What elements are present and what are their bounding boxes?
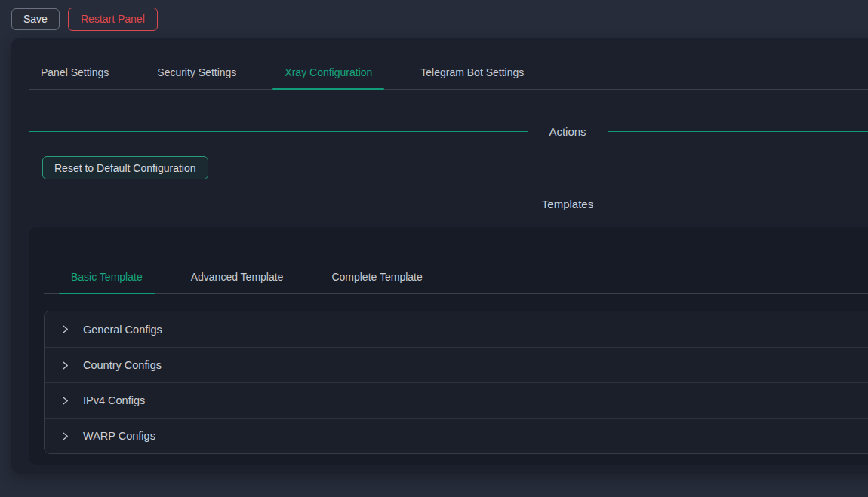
settings-card: Panel Settings Security Settings Xray Co… [11, 38, 868, 474]
restart-panel-button[interactable]: Restart Panel [68, 8, 158, 31]
actions-divider-label: Actions [528, 125, 607, 138]
chevron-right-icon [60, 431, 70, 441]
collapse-label: WARP Configs [83, 430, 155, 442]
tab-xray-configuration[interactable]: Xray Configuration [272, 56, 384, 89]
tab-advanced-template[interactable]: Advanced Template [179, 260, 296, 293]
tab-basic-template[interactable]: Basic Template [59, 260, 155, 293]
collapse-label: IPv4 Configs [83, 394, 145, 406]
templates-tabbar: Basic Template Advanced Template Complet… [44, 260, 868, 294]
collapse-header-country-configs[interactable]: Country Configs [45, 347, 868, 382]
chevron-right-icon [60, 396, 70, 406]
templates-divider-label: Templates [521, 198, 614, 210]
collapse-label: Country Configs [83, 359, 162, 371]
templates-card: Basic Template Advanced Template Complet… [29, 227, 868, 465]
chevron-right-icon [60, 324, 70, 334]
collapse-header-ipv4-configs[interactable]: IPv4 Configs [45, 382, 868, 418]
templates-divider: Templates [29, 193, 868, 214]
divider-line [614, 204, 868, 204]
chevron-right-icon [60, 360, 70, 370]
divider-line [29, 131, 528, 132]
collapse-header-general-configs[interactable]: General Configs [45, 311, 868, 347]
config-collapse-list: General Configs Country Configs IPv4 Con… [44, 311, 868, 454]
tab-telegram-bot-settings[interactable]: Telegram Bot Settings [408, 56, 536, 89]
save-button[interactable]: Save [11, 8, 60, 30]
xray-configuration-panel: Actions Reset to Default Configuration T… [11, 121, 868, 465]
collapse-header-warp-configs[interactable]: WARP Configs [45, 418, 868, 453]
tab-complete-template[interactable]: Complete Template [319, 260, 434, 293]
divider-line [29, 204, 521, 204]
collapse-label: General Configs [83, 324, 162, 336]
settings-tabbar: Panel Settings Security Settings Xray Co… [29, 56, 868, 90]
reset-to-default-button[interactable]: Reset to Default Configuration [42, 156, 208, 179]
tab-security-settings[interactable]: Security Settings [145, 56, 248, 89]
top-toolbar: Save Restart Panel [0, 0, 868, 38]
divider-line [608, 131, 868, 132]
actions-divider: Actions [29, 121, 868, 142]
tab-panel-settings[interactable]: Panel Settings [29, 56, 121, 89]
